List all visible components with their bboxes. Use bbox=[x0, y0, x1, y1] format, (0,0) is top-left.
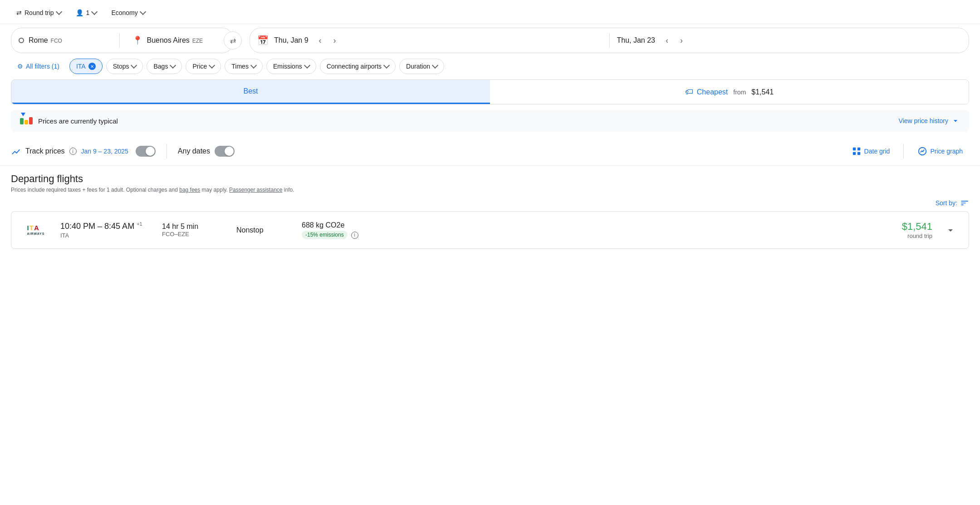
day-offset: +1 bbox=[137, 221, 142, 227]
passengers-label: 1 bbox=[86, 9, 90, 16]
price-value: $1,541 bbox=[902, 221, 932, 233]
sort-by-row: Sort by: bbox=[11, 198, 969, 208]
bag-fees-link[interactable]: bag fees bbox=[179, 187, 200, 193]
trip-type-button[interactable]: ⇄ Round trip bbox=[11, 5, 67, 20]
origin-field[interactable]: Rome FCO bbox=[11, 28, 119, 53]
destination-field[interactable]: 📍 Buenos Aires EZE bbox=[120, 28, 233, 53]
tag-icon: 🏷 bbox=[685, 87, 693, 97]
best-tab[interactable]: Best bbox=[11, 80, 490, 104]
trip-type-chevron-icon bbox=[56, 9, 62, 15]
typical-left: Prices are currently typical bbox=[20, 117, 118, 125]
chevron-down-icon bbox=[951, 116, 960, 125]
subtitle-end2: info. bbox=[284, 187, 294, 193]
passengers-button[interactable]: 👤 1 bbox=[70, 5, 103, 20]
emissions-filter-button[interactable]: Emissions bbox=[266, 59, 316, 74]
origin-city: Rome bbox=[29, 36, 48, 44]
top-bar: ⇄ Round trip 👤 1 Economy bbox=[0, 0, 980, 24]
time-dash: – bbox=[98, 222, 104, 231]
price-graph-label: Price graph bbox=[930, 148, 963, 155]
depart-date-label: Thu, Jan 9 bbox=[274, 36, 309, 45]
track-prices-toggle[interactable] bbox=[136, 146, 156, 157]
return-prev-button[interactable]: ‹ bbox=[661, 34, 673, 47]
bags-filter-label: Bags bbox=[153, 63, 168, 70]
cheapest-tab[interactable]: 🏷 Cheapest from $1,541 bbox=[490, 80, 969, 104]
ita-filter-remove-icon[interactable]: ✕ bbox=[88, 63, 96, 70]
bar-red bbox=[29, 117, 33, 124]
calendar-icon: 📅 bbox=[257, 35, 269, 46]
toggle-knob bbox=[146, 147, 155, 156]
stops-filter-button[interactable]: Stops bbox=[106, 59, 143, 74]
search-row: Rome FCO ⇄ 📍 Buenos Aires EZE 📅 Thu, Jan… bbox=[0, 24, 980, 59]
flight-time-range: 10:40 PM – 8:45 AM +1 bbox=[60, 221, 151, 231]
cabin-class-chevron-icon bbox=[140, 9, 146, 15]
dest-city: Buenos Aires bbox=[147, 36, 190, 44]
depart-prev-button[interactable]: ‹ bbox=[314, 34, 327, 47]
route-code: FCO–EZE bbox=[162, 231, 225, 238]
emissions-badge-text: -15% emissions bbox=[305, 232, 344, 238]
cheapest-price-label: $1,541 bbox=[751, 88, 774, 96]
typical-message: Prices are currently typical bbox=[38, 117, 118, 125]
svg-rect-0 bbox=[853, 148, 855, 150]
bags-chevron-icon bbox=[170, 62, 176, 69]
price-graph-button[interactable]: Price graph bbox=[911, 143, 969, 160]
price-filter-button[interactable]: Price bbox=[186, 59, 221, 74]
all-filters-label: All filters (1) bbox=[26, 63, 59, 70]
depart-time: 10:40 PM bbox=[60, 222, 95, 231]
origin-dest-fields: Rome FCO ⇄ 📍 Buenos Aires EZE bbox=[11, 28, 233, 53]
depart-next-button[interactable]: › bbox=[328, 34, 341, 47]
depart-date-nav: ‹ › bbox=[314, 34, 341, 47]
date-grid-icon bbox=[852, 146, 862, 156]
arrive-time: 8:45 AM bbox=[104, 222, 134, 231]
depart-date-field[interactable]: 📅 Thu, Jan 9 ‹ › bbox=[250, 28, 609, 53]
stops-filter-label: Stops bbox=[113, 63, 129, 70]
bar-yellow bbox=[24, 120, 28, 124]
return-date-label: Thu, Jan 23 bbox=[617, 36, 656, 45]
airline-name: ITA bbox=[60, 232, 151, 239]
track-prices-info-icon[interactable]: i bbox=[69, 148, 77, 155]
flight-card[interactable]: I T A AIRWAYS 10:40 PM – 8:45 AM +1 ITA … bbox=[11, 211, 969, 249]
sort-icon bbox=[960, 198, 969, 208]
bags-filter-button[interactable]: Bags bbox=[147, 59, 182, 74]
connecting-airports-filter-button[interactable]: Connecting airports bbox=[320, 59, 396, 74]
price-chevron-icon bbox=[209, 62, 215, 69]
airline-logo: I T A AIRWAYS bbox=[22, 221, 49, 239]
departing-section: Departing flights Prices include require… bbox=[0, 166, 980, 249]
subtitle-end: may apply. bbox=[202, 187, 229, 193]
expand-flight-button[interactable] bbox=[943, 223, 958, 238]
track-prices-row: Track prices i Jan 9 – 23, 2025 Any date… bbox=[0, 137, 980, 166]
arrows-icon: ⇄ bbox=[16, 9, 22, 16]
cabin-class-button[interactable]: Economy bbox=[106, 5, 150, 20]
filters-row: ⚙ All filters (1) ITA ✕ Stops Bags Price… bbox=[0, 59, 980, 79]
svg-rect-1 bbox=[857, 148, 860, 150]
subtitle-text: Prices include required taxes + fees for… bbox=[11, 187, 179, 193]
all-filters-button[interactable]: ⚙ All filters (1) bbox=[11, 59, 66, 74]
track-prices-dates: Jan 9 – 23, 2025 bbox=[81, 148, 128, 155]
times-filter-button[interactable]: Times bbox=[225, 59, 263, 74]
ita-filter-chip[interactable]: ITA ✕ bbox=[69, 59, 103, 74]
return-date-field[interactable]: Thu, Jan 23 ‹ › bbox=[610, 28, 969, 53]
bar-green bbox=[20, 118, 24, 124]
stops-value: Nonstop bbox=[236, 226, 264, 234]
swap-button[interactable]: ⇄ bbox=[224, 31, 242, 50]
date-grid-button[interactable]: Date grid bbox=[845, 143, 897, 160]
cheapest-tab-label: Cheapest bbox=[697, 88, 728, 96]
person-icon: 👤 bbox=[76, 9, 83, 16]
view-price-history-button[interactable]: View price history bbox=[899, 116, 960, 125]
emissions-info-icon[interactable]: i bbox=[351, 232, 358, 239]
connecting-airports-chevron-icon bbox=[383, 62, 390, 69]
ita-filter-label: ITA bbox=[76, 63, 86, 70]
passenger-assistance-link[interactable]: Passenger assistance bbox=[229, 187, 282, 193]
return-next-button[interactable]: › bbox=[675, 34, 688, 47]
date-grid-label: Date grid bbox=[864, 148, 890, 155]
any-dates-label: Any dates bbox=[178, 147, 210, 155]
svg-rect-3 bbox=[857, 152, 860, 155]
origin-circle-icon bbox=[19, 38, 24, 43]
track-separator bbox=[167, 144, 167, 158]
triangle-indicator bbox=[21, 113, 25, 116]
track-prices-label: Track prices bbox=[25, 147, 65, 155]
sort-tabs: Best 🏷 Cheapest from $1,541 bbox=[11, 79, 969, 104]
any-dates-section: Any dates bbox=[178, 146, 235, 157]
duration-filter-button[interactable]: Duration bbox=[399, 59, 444, 74]
sort-by-button[interactable]: Sort by: bbox=[936, 198, 969, 208]
any-dates-toggle[interactable] bbox=[215, 146, 235, 157]
